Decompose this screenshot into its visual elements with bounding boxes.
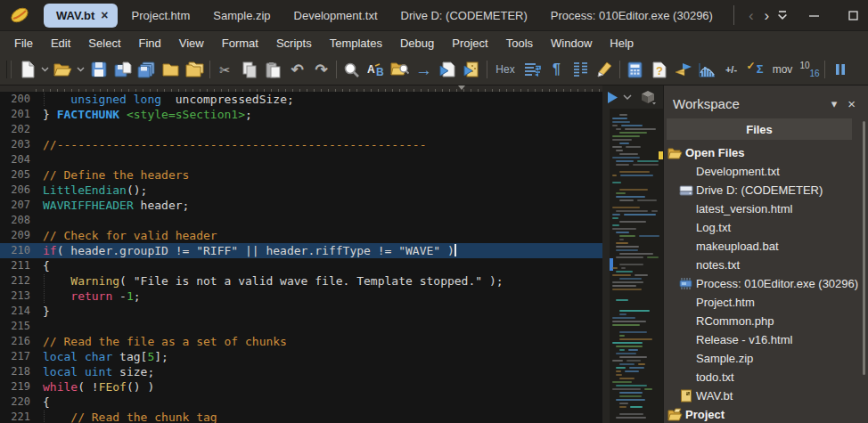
editor-line[interactable]: 202 [0, 122, 602, 137]
code-editor[interactable]: 200 unsigned long uncompressedSize;201} … [0, 85, 602, 423]
editor-line[interactable]: 209// Check for valid header [0, 228, 602, 243]
editor-line[interactable]: 221 // Read the chunk tag [0, 410, 602, 423]
menu-item-format[interactable]: Format [213, 34, 267, 53]
save-button[interactable] [86, 58, 111, 81]
close-file-button[interactable] [159, 58, 183, 81]
editor-line[interactable]: 213 return -1; [0, 289, 602, 304]
dock-menu-icon[interactable]: ▾ [826, 98, 843, 110]
tree-item-release-v16-html[interactable]: Release - v16.html [664, 330, 868, 349]
menu-item-file[interactable]: File [5, 34, 42, 53]
paste-button[interactable] [261, 58, 285, 81]
tree-item-makeupload-bat[interactable]: makeupload.bat [664, 237, 868, 256]
run-script-button[interactable] [436, 58, 460, 81]
tree-item-project[interactable]: Project [664, 405, 868, 423]
find-button[interactable] [340, 58, 364, 81]
play-template-button[interactable] [607, 91, 618, 104]
calculator-button[interactable] [623, 58, 647, 81]
open-file-dropdown-icon[interactable] [75, 58, 86, 81]
tab-scroll-right-icon[interactable]: › [759, 8, 775, 23]
editor-line[interactable]: 220{ [0, 395, 602, 410]
menu-item-project[interactable]: Project [443, 34, 496, 53]
play-dropdown-icon[interactable] [623, 94, 632, 101]
editor-line[interactable]: 218local uint size; [0, 364, 602, 379]
hex-mode-button[interactable]: Hex [490, 58, 520, 81]
editor-line[interactable]: 205// Define the headers [0, 167, 602, 183]
editor-line[interactable]: 216// Read the file as a set of chunks [0, 334, 602, 349]
word-wrap-button[interactable] [520, 58, 545, 81]
menu-item-help[interactable]: Help [601, 34, 643, 53]
undo-button[interactable]: ↶ [285, 58, 309, 81]
save-as-button[interactable] [111, 58, 135, 81]
menu-item-debug[interactable]: Debug [391, 34, 443, 53]
tree-item-project-htm[interactable]: Project.htm [664, 293, 868, 312]
tree-item-rcommon-php[interactable]: RCommon.php [664, 312, 868, 330]
editor-line[interactable]: 203//-----------------------------------… [0, 137, 602, 152]
column-mode-button[interactable] [569, 58, 593, 81]
tab-development-txt[interactable]: Development.txt [283, 0, 389, 30]
editor-line[interactable]: 212 Warning( "File is not a valid wave f… [0, 273, 602, 289]
workspace-scrollbar[interactable] [863, 121, 865, 375]
cube-icon[interactable] [641, 90, 657, 105]
tree-item-todo-txt[interactable]: todo.txt [664, 368, 868, 386]
editor-line[interactable]: 219while( !FEof() ) [0, 379, 602, 395]
editor-line[interactable]: 211{ [0, 258, 602, 273]
menu-item-edit[interactable]: Edit [42, 34, 79, 53]
replace-button[interactable]: AB [364, 58, 388, 81]
menu-item-scripts[interactable]: Scripts [267, 34, 321, 53]
base-converter-button[interactable]: 1016 [798, 58, 822, 81]
tab-drive-d-codemeter-[interactable]: Drive D: (CODEMETER) [389, 0, 539, 30]
tree-item-drive-d-codemeter-[interactable]: Drive D: (CODEMETER) [664, 181, 868, 199]
run-template-button[interactable] [460, 58, 484, 81]
editor-line[interactable]: 200 unsigned long uncompressedSize; [0, 92, 602, 107]
tab-list-icon[interactable] [776, 10, 789, 21]
tree-item-wav-bt[interactable]: WAV.bt [664, 386, 868, 405]
menu-item-view[interactable]: View [170, 34, 213, 53]
histogram-button[interactable] [695, 58, 719, 81]
tree-item-log-txt[interactable]: Log.txt [664, 218, 868, 237]
open-file-button[interactable] [51, 58, 75, 81]
maximize-button[interactable] [833, 0, 868, 30]
pause-button[interactable] [828, 58, 852, 81]
operations-button[interactable]: +/- [719, 58, 743, 81]
menu-item-find[interactable]: Find [130, 34, 170, 53]
minimap[interactable] [610, 109, 663, 423]
redo-button[interactable]: ↷ [309, 58, 333, 81]
editor-line[interactable]: 201} FACTCHUNK <style=sSection1>; [0, 107, 602, 122]
file-info-button[interactable]: ? [647, 58, 671, 81]
tree-item-latest-version-html[interactable]: latest_version.html [664, 199, 868, 218]
tab-files[interactable]: Files [667, 118, 852, 140]
editor-line[interactable]: 204 [0, 152, 602, 167]
editor-line[interactable]: 207WAVRIFFHEADER header; [0, 198, 602, 213]
tab-close-icon[interactable]: × [101, 9, 108, 21]
checksum-button[interactable]: ✓Σ [743, 58, 767, 81]
close-panel-icon[interactable]: × [842, 97, 861, 110]
menu-item-tools[interactable]: Tools [497, 34, 542, 53]
tab-scroll-left-icon[interactable]: ‹ [743, 8, 759, 23]
tab-sample-zip[interactable]: Sample.zip [201, 0, 282, 30]
editor-line[interactable]: 206LittleEndian(); [0, 183, 602, 198]
menu-item-templates[interactable]: Templates [321, 34, 391, 53]
find-in-files-button[interactable] [388, 58, 412, 81]
close-all-button[interactable] [183, 58, 207, 81]
tree-item-development-txt[interactable]: Development.txt [664, 162, 868, 181]
editor-line[interactable]: 208 [0, 213, 602, 228]
editor-line[interactable]: 210if( header.groupID != "RIFF" || heade… [0, 243, 602, 258]
tree-item-notes-txt[interactable]: notes.txt [664, 256, 868, 274]
editor-line[interactable]: 217local char tag[5]; [0, 349, 602, 364]
minimize-button[interactable] [794, 0, 833, 30]
menu-item-select[interactable]: Select [79, 34, 129, 53]
tree-item-open-files[interactable]: Open Files [664, 143, 868, 162]
save-all-button[interactable] [135, 58, 159, 81]
copy-button[interactable] [237, 58, 261, 81]
editor-line[interactable]: 215 [0, 319, 602, 334]
tab-process-010editor-exe-30296-[interactable]: Process: 010Editor.exe (30296) [539, 0, 725, 30]
compare-button[interactable] [671, 58, 695, 81]
tree-item-process-010editor-exe-30296-[interactable]: Process: 010Editor.exe (30296) [664, 274, 868, 293]
toolbar-grip[interactable] [6, 61, 12, 78]
new-file-dropdown-icon[interactable] [39, 58, 51, 81]
tree-item-sample-zip[interactable]: Sample.zip [664, 349, 868, 368]
mov-button[interactable]: mov [767, 58, 798, 81]
highlight-button[interactable] [593, 58, 617, 81]
menu-item-window[interactable]: Window [542, 34, 601, 53]
new-file-button[interactable] [15, 58, 39, 81]
